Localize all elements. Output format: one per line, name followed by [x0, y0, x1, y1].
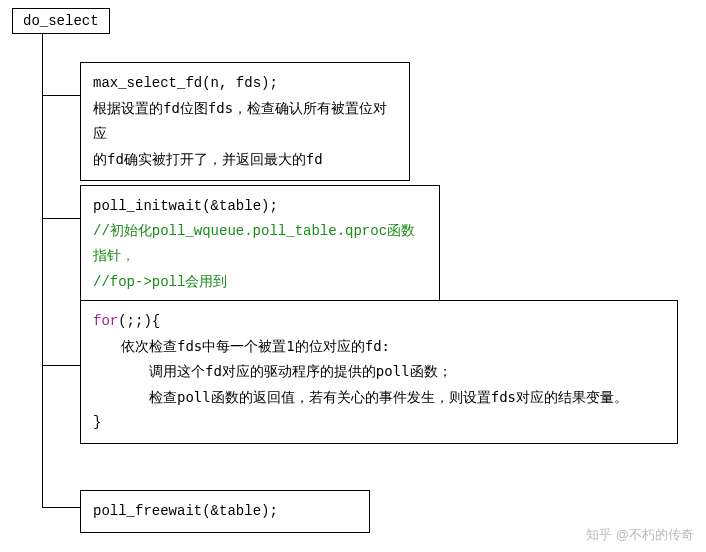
- tree-trunk: [42, 33, 43, 507]
- node-max-select-fd: max_select_fd(n, fds); 根据设置的fd位图fds，检查确认…: [80, 62, 410, 181]
- connector-2: [42, 218, 80, 219]
- for-body-1: 依次检查fds中每一个被置1的位对应的fd:: [93, 334, 665, 359]
- code-poll-initwait: poll_initwait(&table);: [93, 194, 427, 219]
- code-poll-freewait: poll_freewait(&table);: [93, 499, 357, 524]
- connector-3: [42, 365, 80, 366]
- connector-1: [42, 95, 80, 96]
- connector-4: [42, 507, 80, 508]
- code-max-select-fd: max_select_fd(n, fds);: [93, 71, 397, 96]
- comment-line-1: //初始化poll_wqueue.poll_table.qproc函数指针，: [93, 219, 427, 269]
- desc-line-2: 的fd确实被打开了，并返回最大的fd: [93, 147, 397, 172]
- root-label: do_select: [23, 13, 99, 29]
- comment-line-2: //fop->poll会用到: [93, 270, 427, 295]
- desc-line-1: 根据设置的fd位图fds，检查确认所有被置位对应: [93, 96, 397, 146]
- node-for-loop: for(;;){ 依次检查fds中每一个被置1的位对应的fd: 调用这个fd对应…: [80, 300, 678, 444]
- node-poll-initwait: poll_initwait(&table); //初始化poll_wqueue.…: [80, 185, 440, 304]
- for-rest: (;;){: [118, 313, 160, 329]
- for-close: }: [93, 410, 665, 435]
- for-body-3: 检查poll函数的返回值，若有关心的事件发生，则设置fds对应的结果变量。: [93, 385, 665, 410]
- watermark: 知乎 @不朽的传奇: [586, 526, 694, 544]
- for-keyword: for: [93, 313, 118, 329]
- for-body-2: 调用这个fd对应的驱动程序的提供的poll函数；: [93, 359, 665, 384]
- root-node: do_select: [12, 8, 110, 34]
- node-poll-freewait: poll_freewait(&table);: [80, 490, 370, 533]
- for-open: for(;;){: [93, 309, 665, 334]
